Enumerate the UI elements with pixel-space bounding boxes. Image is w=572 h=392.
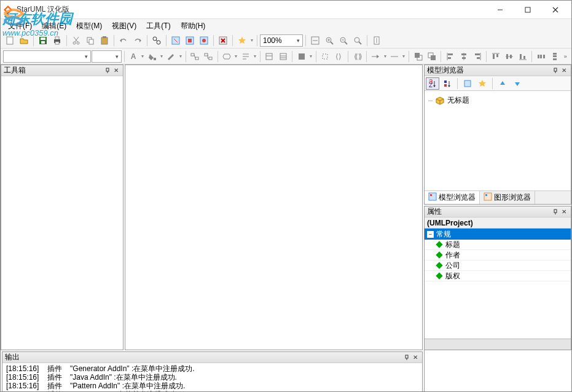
menu-help[interactable]: 帮助(H) (176, 20, 211, 33)
close-button[interactable] (541, 1, 569, 18)
model-tree[interactable]: ┈ 无标题 (425, 91, 571, 190)
fit-width-button[interactable] (308, 34, 322, 47)
zoom-in-button[interactable] (323, 34, 336, 47)
copy-button[interactable] (84, 34, 97, 47)
arrow2-button[interactable] (388, 50, 401, 63)
undo-button[interactable] (117, 34, 130, 47)
canvas[interactable] (125, 65, 423, 350)
filter-button[interactable] (461, 77, 474, 90)
down-button[interactable] (511, 77, 524, 90)
fill-color-button[interactable] (146, 50, 159, 63)
font-color-button[interactable]: A (127, 50, 140, 63)
show-multi-button[interactable]: ⟪⟫ (351, 50, 364, 63)
delete-view-button[interactable] (216, 34, 230, 47)
open-button[interactable] (17, 34, 31, 47)
maximize-button[interactable] (514, 1, 541, 18)
svg-text:z: z (429, 80, 433, 88)
suppress-op-button[interactable] (276, 50, 289, 63)
menu-edit[interactable]: 编辑(E) (37, 20, 71, 33)
arrow2-dropdown[interactable]: ▾ (402, 53, 407, 59)
toolbar-overflow-button[interactable]: » (562, 50, 569, 63)
svg-marker-113 (500, 81, 505, 85)
arrow1-button[interactable] (369, 50, 382, 63)
align-center-button[interactable] (457, 50, 470, 63)
paste-button[interactable] (98, 34, 111, 47)
output-body[interactable]: [18:15:16] 插件 "Generator AddIn" :在菜单中注册成… (2, 363, 422, 392)
stereotype-dropdown[interactable]: ▾ (234, 53, 239, 59)
diagram2-button[interactable] (183, 34, 197, 47)
prop-row-copyright[interactable]: 版权 (425, 271, 571, 281)
print-button[interactable] (50, 34, 64, 47)
page-setup-button[interactable] (370, 34, 383, 47)
menu-model[interactable]: 模型(M) (71, 20, 107, 33)
collapse-icon[interactable]: − (427, 231, 434, 238)
align-top-button[interactable] (489, 50, 502, 63)
close-panel-icon[interactable]: ✕ (560, 66, 568, 75)
font-size-combo[interactable]: ▾ (92, 50, 121, 63)
save-button[interactable] (36, 34, 50, 47)
close-panel-icon[interactable]: ✕ (112, 66, 120, 75)
font-color-dropdown[interactable]: ▾ (141, 53, 146, 59)
diagram1-button[interactable] (169, 34, 182, 47)
tree-root[interactable]: ┈ 无标题 (428, 95, 567, 106)
line-style2-button[interactable] (202, 50, 215, 63)
bring-front-button[interactable] (412, 50, 425, 63)
cut-button[interactable] (69, 34, 83, 47)
output-row: [18:15:16] 插件 "Java AddIn" :在菜单中注册成功. (6, 373, 418, 382)
prop-row-title[interactable]: 标题 (425, 240, 571, 250)
line-style1-button[interactable] (189, 50, 202, 63)
suppress-attr-button[interactable] (263, 50, 276, 63)
space-h-button[interactable] (535, 50, 547, 63)
options-dropdown[interactable]: ▾ (249, 37, 254, 43)
line-color-dropdown[interactable]: ▾ (178, 53, 183, 59)
fill-color-dropdown[interactable]: ▾ (159, 53, 164, 59)
space-v-button[interactable] (549, 50, 562, 63)
new-button[interactable] (3, 34, 17, 47)
tab-diagram-browser[interactable]: 图形浏览器 (480, 191, 535, 204)
menu-file[interactable]: 文件(F) (3, 20, 37, 33)
svg-rect-119 (429, 193, 436, 200)
sort-az-button[interactable]: az (426, 77, 439, 90)
prop-row-company[interactable]: 公司 (425, 261, 571, 271)
minimize-button[interactable] (486, 1, 514, 18)
zoom-combo[interactable]: 100%▾ (260, 34, 303, 47)
show-visibility-dropdown[interactable]: ▾ (308, 53, 313, 59)
show-type-button[interactable]: ⟨⟩ (332, 50, 345, 63)
options-button[interactable] (235, 34, 249, 47)
stereotype-display-button[interactable] (221, 50, 233, 63)
props-section-general[interactable]: − 常规 (425, 229, 571, 240)
line-color-button[interactable] (165, 50, 178, 63)
align-left-button[interactable] (444, 50, 456, 63)
pin-icon[interactable] (551, 208, 560, 216)
align-bottom-button[interactable] (516, 50, 529, 63)
wordwrap-button[interactable] (239, 50, 252, 63)
zoom-out-button[interactable] (337, 34, 350, 47)
align-right-button[interactable] (471, 50, 484, 63)
arrow1-dropdown[interactable]: ▾ (383, 53, 388, 59)
wordwrap-dropdown[interactable]: ▾ (253, 53, 257, 59)
props-grid[interactable]: − 常规 标题 作者 公司 版权 (425, 229, 571, 339)
show-visibility-button[interactable] (295, 50, 308, 63)
close-panel-icon[interactable]: ✕ (411, 353, 420, 362)
svg-rect-3 (525, 7, 530, 12)
redo-button[interactable] (131, 34, 144, 47)
zoom-fit-button[interactable] (351, 34, 364, 47)
refresh-button[interactable] (476, 77, 489, 90)
sort-type-button[interactable] (441, 77, 454, 90)
font-combo[interactable]: ▾ (3, 50, 91, 63)
up-button[interactable] (496, 77, 509, 90)
close-panel-icon[interactable]: ✕ (560, 208, 568, 216)
pin-icon[interactable] (551, 66, 560, 75)
prop-row-author[interactable]: 作者 (425, 250, 571, 261)
svg-rect-121 (484, 193, 492, 200)
tab-model-browser[interactable]: 模型浏览器 (425, 191, 480, 204)
send-back-button[interactable] (425, 50, 438, 63)
pin-icon[interactable] (402, 353, 411, 362)
auto-resize-button[interactable] (319, 50, 332, 63)
diagram3-button[interactable] (197, 34, 211, 47)
menu-view[interactable]: 视图(V) (107, 20, 141, 33)
menu-tools[interactable]: 工具(T) (141, 20, 175, 33)
find-button[interactable] (150, 34, 163, 47)
align-middle-button[interactable] (503, 50, 515, 63)
pin-icon[interactable] (103, 66, 112, 75)
